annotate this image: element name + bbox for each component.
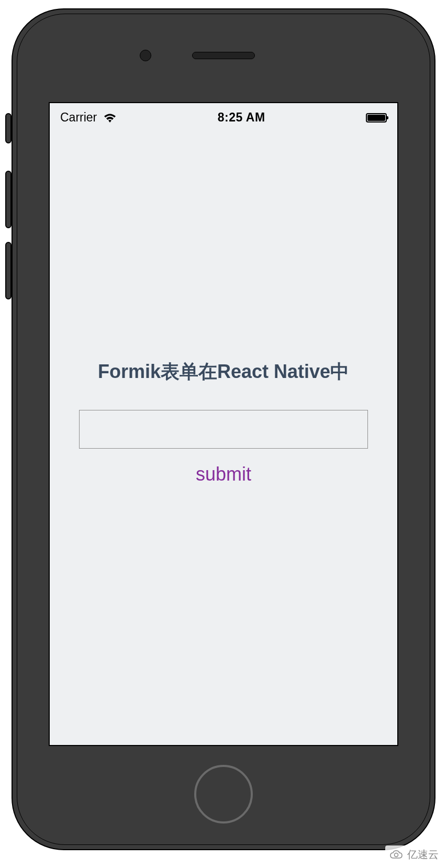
front-camera — [140, 50, 151, 61]
phone-frame-outer: Carrier 8:25 AM Formik表单在React Native中 — [12, 8, 435, 850]
mute-switch — [5, 113, 12, 143]
earpiece-speaker — [192, 52, 255, 59]
volume-down-button — [5, 242, 12, 299]
form-title: Formik表单在React Native中 — [98, 359, 349, 385]
form-text-input[interactable] — [79, 410, 368, 449]
watermark-text: 亿速云 — [407, 848, 439, 862]
submit-button[interactable]: submit — [185, 459, 262, 489]
volume-up-button — [5, 171, 12, 228]
home-button[interactable] — [194, 765, 253, 824]
content-area: Formik表单在React Native中 submit — [50, 103, 397, 745]
phone-frame-inner: Carrier 8:25 AM Formik表单在React Native中 — [17, 14, 430, 845]
svg-point-0 — [395, 853, 398, 856]
phone-screen: Carrier 8:25 AM Formik表单在React Native中 — [49, 102, 398, 746]
watermark: 亿速云 — [385, 845, 443, 864]
cloud-icon — [389, 850, 404, 860]
